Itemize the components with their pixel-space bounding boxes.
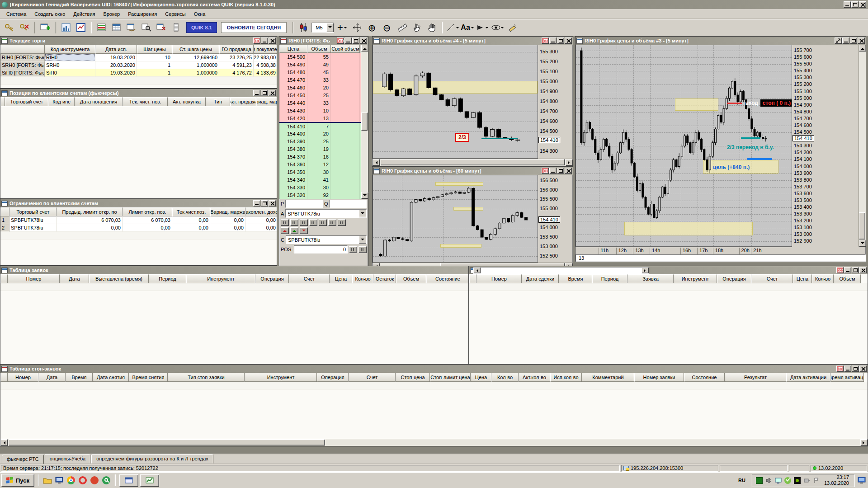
- column-header[interactable]: Время: [66, 373, 93, 382]
- language-indicator[interactable]: RU: [736, 477, 748, 484]
- column-header[interactable]: Дата исп.: [95, 45, 137, 54]
- scroll-down-icon[interactable]: [859, 240, 866, 247]
- chart-vscrollbar[interactable]: [859, 45, 866, 247]
- opera-icon[interactable]: [78, 475, 88, 485]
- scroll-left-icon[interactable]: [0, 439, 8, 446]
- minimize-button[interactable]: [549, 168, 557, 174]
- column-header[interactable]: Объем: [396, 274, 426, 283]
- dom-bid-row[interactable]: 154 38019: [279, 145, 361, 153]
- connect-key-icon[interactable]: [3, 21, 16, 34]
- minimize-button[interactable]: [344, 38, 352, 44]
- dom-settings-button[interactable]: [290, 219, 298, 226]
- link-window-icon[interactable]: [836, 366, 844, 372]
- pan-hand-icon[interactable]: [425, 21, 439, 34]
- column-header[interactable]: [0, 97, 5, 106]
- menu-system[interactable]: Система: [3, 10, 30, 18]
- menu-services[interactable]: Сервисы: [161, 10, 189, 18]
- dom-bid-row[interactable]: 154 4107: [279, 122, 361, 130]
- window-titlebar[interactable]: RIH0 График цены и объёма #3 - [5 минут]: [576, 37, 866, 45]
- pointer-hand-icon[interactable]: [410, 21, 424, 34]
- tab-options-study[interactable]: опционы-Учёба: [45, 454, 90, 464]
- zoom-out-icon[interactable]: ⊖: [380, 21, 394, 34]
- display-icon[interactable]: [54, 475, 64, 485]
- dom-bid-row[interactable]: 154 33030: [279, 183, 361, 191]
- dom-bid-row[interactable]: 154 37016: [279, 153, 361, 160]
- column-header[interactable]: Акт.кол-во: [519, 373, 550, 382]
- removable-device-icon[interactable]: [803, 477, 810, 484]
- window-titlebar[interactable]: RIH0 [FORTS: Фь: [279, 37, 368, 45]
- close-button[interactable]: [360, 38, 367, 44]
- column-header[interactable]: Стоп-цена: [396, 373, 430, 382]
- column-header[interactable]: Вариац. маржа: [256, 97, 277, 106]
- dom-view-button[interactable]: [319, 219, 327, 226]
- scroll-left-icon[interactable]: [373, 159, 380, 166]
- column-header[interactable]: Номер: [8, 274, 60, 283]
- column-header[interactable]: Исп.кол-во: [550, 373, 582, 382]
- dom-ask-row[interactable]: 154 49049: [279, 61, 361, 68]
- dom-ask-row[interactable]: 154 50055: [279, 53, 361, 61]
- window-titlebar[interactable]: Таблица сделок: [469, 266, 868, 274]
- column-header[interactable]: Состояние: [684, 373, 725, 382]
- column-header[interactable]: Операция: [255, 274, 289, 283]
- column-header[interactable]: Торговый счет: [9, 207, 57, 216]
- marker-tool-icon[interactable]: [476, 21, 489, 34]
- dom-view-button[interactable]: [328, 219, 336, 226]
- column-header[interactable]: Предыд. лимит откр. по: [57, 207, 123, 216]
- column-header[interactable]: Кол-во: [812, 274, 834, 283]
- close-button[interactable]: [269, 200, 276, 206]
- maximize-button[interactable]: [852, 267, 859, 273]
- dom-ask-row[interactable]: 154 42013: [279, 114, 361, 122]
- column-header[interactable]: Заявка: [627, 274, 674, 283]
- timeframe-select[interactable]: M5: [311, 23, 334, 33]
- taskbar-app-button[interactable]: [119, 474, 138, 487]
- minimize-button[interactable]: [253, 90, 260, 96]
- column-header[interactable]: Тек. чист. поз.: [123, 97, 168, 106]
- close-button[interactable]: [565, 168, 572, 174]
- scroll-up-icon[interactable]: [859, 45, 866, 52]
- column-header[interactable]: Код инструмента: [45, 45, 95, 54]
- column-header[interactable]: Тек.чист.поз.: [172, 207, 210, 216]
- column-header[interactable]: Дата сделки: [522, 274, 559, 283]
- minimize-button[interactable]: [253, 200, 260, 206]
- column-header[interactable]: Объем: [834, 274, 861, 283]
- column-header[interactable]: Ст. шага цены: [172, 45, 219, 54]
- close-button[interactable]: [859, 1, 866, 8]
- close-button[interactable]: [858, 38, 865, 44]
- column-header[interactable]: Тип: [206, 97, 230, 106]
- table-icon[interactable]: [110, 21, 123, 34]
- minimize-button[interactable]: [844, 267, 851, 273]
- add-object-tool[interactable]: +: [335, 21, 349, 34]
- chrome-icon[interactable]: [66, 475, 76, 485]
- dom-settings-button[interactable]: [281, 219, 289, 226]
- column-header[interactable]: ГО покупателя: [254, 45, 277, 54]
- minimize-button[interactable]: [549, 38, 557, 44]
- minimize-button[interactable]: [261, 38, 268, 44]
- link-window-icon[interactable]: [542, 168, 549, 174]
- dom-depth-button[interactable]: [309, 219, 317, 226]
- column-header[interactable]: [0, 45, 45, 54]
- column-header[interactable]: Дата: [60, 274, 89, 283]
- column-header[interactable]: Инструмент: [674, 274, 717, 283]
- menu-windows[interactable]: Окна: [190, 10, 209, 18]
- visibility-eye-icon[interactable]: [491, 21, 504, 34]
- disconnect-key-icon[interactable]: [18, 21, 31, 34]
- column-header[interactable]: Шаг цены: [137, 45, 172, 54]
- column-header[interactable]: Акт. покупка: [168, 97, 206, 106]
- pos-extra-button[interactable]: [359, 246, 367, 253]
- buy-button[interactable]: [281, 227, 289, 234]
- quotes-table-icon[interactable]: [95, 21, 108, 34]
- price-chart-canvas[interactable]: 2/3: [373, 45, 538, 159]
- dom-ask-row[interactable]: 154 47033: [279, 76, 361, 84]
- column-header[interactable]: Цена: [330, 274, 352, 283]
- window-titlebar[interactable]: RIH0 График цены и объёма #4 - [5 минут]: [373, 37, 573, 45]
- column-header[interactable]: Остаток: [373, 274, 396, 283]
- column-header[interactable]: Счет: [349, 373, 396, 382]
- column-header[interactable]: Накоплен. доход: [245, 207, 277, 216]
- table-row[interactable]: 2SPBFUTK78iu0,000,000,000,000,00: [0, 224, 277, 232]
- column-header[interactable]: Номер: [476, 274, 522, 283]
- dom-bid-row[interactable]: 154 39025: [279, 137, 361, 145]
- column-header[interactable]: Инструмент: [186, 274, 255, 283]
- scroll-down-icon[interactable]: [361, 192, 368, 199]
- tab-futures-rts[interactable]: фьючерс РТС: [2, 455, 44, 464]
- maximize-button[interactable]: [557, 38, 564, 44]
